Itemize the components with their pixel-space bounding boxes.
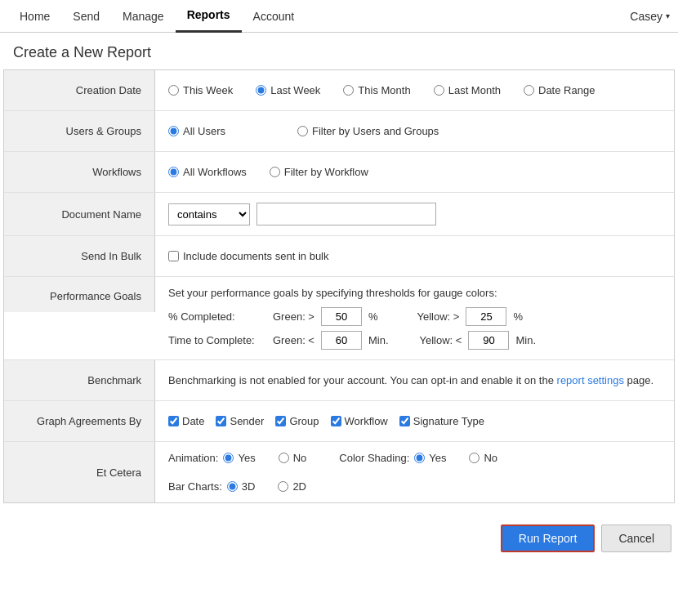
creation-date-label: Creation Date xyxy=(4,70,155,110)
graph-group-option[interactable]: Group xyxy=(275,415,319,427)
creation-date-this-week-radio[interactable] xyxy=(168,85,179,96)
et-cetera-content: Animation: Yes No Color Shading xyxy=(155,442,674,502)
users-groups-all-radio[interactable] xyxy=(168,126,179,136)
perf-completed-yellow-unit: % xyxy=(513,310,523,323)
performance-goals-label: Performance Goals xyxy=(4,277,155,312)
send-in-bulk-checkbox-option[interactable]: Include documents sent in bulk xyxy=(168,250,329,262)
workflows-all[interactable]: All Workflows xyxy=(168,166,247,178)
graph-agreements-options: Date Sender Group Workflow Signature Typ… xyxy=(168,415,484,427)
graph-sender-option[interactable]: Sender xyxy=(216,415,264,427)
perf-completed-yellow-label: Yellow: > xyxy=(417,310,460,323)
animation-no[interactable]: No xyxy=(279,452,307,464)
creation-date-last-week-label: Last Week xyxy=(270,84,320,96)
perf-time-green-input[interactable] xyxy=(321,331,362,350)
users-groups-filter[interactable]: Filter by Users and Groups xyxy=(297,125,439,137)
nav-send[interactable]: Send xyxy=(61,0,111,33)
users-groups-filter-radio[interactable] xyxy=(297,126,308,136)
bar-charts-group: Bar Charts: 3D 2D xyxy=(168,480,323,493)
workflows-label: Workflows xyxy=(4,152,155,192)
nav-home[interactable]: Home xyxy=(8,0,61,33)
creation-date-last-week-radio[interactable] xyxy=(256,85,266,96)
creation-date-range-radio[interactable] xyxy=(524,85,534,96)
send-in-bulk-row: Send In Bulk Include documents sent in b… xyxy=(4,236,674,277)
top-nav: Home Send Manage Reports Account Casey ▾ xyxy=(0,0,678,33)
animation-label: Animation: xyxy=(168,452,218,464)
document-name-label: Document Name xyxy=(4,193,155,235)
color-shading-no-radio[interactable] xyxy=(469,453,480,463)
animation-yes-label: Yes xyxy=(238,452,255,464)
benchmark-text: Benchmarking is not enabled for your acc… xyxy=(168,373,653,389)
workflows-filter[interactable]: Filter by Workflow xyxy=(270,166,368,178)
color-shading-yes-radio[interactable] xyxy=(414,453,425,463)
perf-completed-yellow-input[interactable] xyxy=(466,307,506,326)
creation-date-range-label: Date Range xyxy=(538,84,595,96)
creation-date-this-month-label: This Month xyxy=(358,84,410,96)
graph-agreements-label: Graph Agreements By xyxy=(4,401,155,441)
run-report-button[interactable]: Run Report xyxy=(501,524,595,552)
color-shading-yes-label: Yes xyxy=(429,452,446,464)
user-menu[interactable]: Casey ▾ xyxy=(630,10,670,23)
perf-row-completed: % Completed: Green: > % Yellow: > % xyxy=(168,307,536,326)
creation-date-last-month-radio[interactable] xyxy=(434,85,444,96)
performance-goals-grid: % Completed: Green: > % Yellow: > % Time… xyxy=(168,307,536,350)
creation-date-last-week[interactable]: Last Week xyxy=(256,84,320,96)
perf-time-yellow-input[interactable] xyxy=(468,331,509,350)
creation-date-range[interactable]: Date Range xyxy=(524,84,595,96)
nav-account[interactable]: Account xyxy=(242,0,306,33)
bar-charts-2d[interactable]: 2D xyxy=(278,480,306,493)
graph-group-checkbox[interactable] xyxy=(275,416,286,426)
graph-agreements-row: Graph Agreements By Date Sender Group Wo… xyxy=(4,401,674,442)
animation-yes-radio[interactable] xyxy=(223,453,234,463)
bar-charts-3d[interactable]: 3D xyxy=(227,480,256,493)
creation-date-this-month[interactable]: This Month xyxy=(343,84,410,96)
graph-signature-type-option[interactable]: Signature Type xyxy=(399,415,484,427)
bar-charts-3d-label: 3D xyxy=(242,480,256,493)
creation-date-this-week[interactable]: This Week xyxy=(168,84,233,96)
perf-time-green-label: Green: < xyxy=(273,334,314,346)
animation-no-radio[interactable] xyxy=(279,453,289,463)
bar-charts-3d-radio[interactable] xyxy=(227,481,238,492)
nav-manage[interactable]: Manage xyxy=(111,0,176,33)
benchmark-content: Benchmarking is not enabled for your acc… xyxy=(155,360,674,400)
graph-agreements-content: Date Sender Group Workflow Signature Typ… xyxy=(155,401,674,441)
benchmark-label: Benchmark xyxy=(4,360,155,400)
perf-completed-green-input[interactable] xyxy=(321,307,362,326)
color-shading-yes[interactable]: Yes xyxy=(414,452,446,464)
perf-time-yellow-unit: Min. xyxy=(515,334,536,346)
document-name-input[interactable] xyxy=(256,203,436,225)
color-shading-label: Color Shading: xyxy=(339,452,409,464)
workflows-filter-radio[interactable] xyxy=(270,167,280,177)
users-groups-all-label: All Users xyxy=(183,125,225,137)
graph-date-option[interactable]: Date xyxy=(168,415,204,427)
workflows-all-radio[interactable] xyxy=(168,167,179,177)
color-shading-no[interactable]: No xyxy=(469,452,497,464)
users-groups-filter-label: Filter by Users and Groups xyxy=(312,125,439,137)
document-name-filter-select[interactable]: contains starts with ends with equals xyxy=(168,203,250,225)
animation-yes[interactable]: Yes xyxy=(223,452,255,464)
graph-workflow-option[interactable]: Workflow xyxy=(331,415,388,427)
graph-signature-type-checkbox[interactable] xyxy=(399,416,410,426)
send-in-bulk-checkbox[interactable] xyxy=(168,251,179,261)
creation-date-last-month[interactable]: Last Month xyxy=(434,84,501,96)
bar-charts-options: 3D 2D xyxy=(227,480,323,493)
bar-charts-2d-label: 2D xyxy=(292,480,306,493)
color-shading-options: Yes No xyxy=(414,452,514,464)
graph-workflow-label: Workflow xyxy=(345,415,388,427)
workflows-options: All Workflows Filter by Workflow xyxy=(155,152,674,192)
nav-reports[interactable]: Reports xyxy=(176,0,242,33)
graph-group-label: Group xyxy=(289,415,319,427)
bar-charts-2d-radio[interactable] xyxy=(278,481,288,492)
graph-workflow-checkbox[interactable] xyxy=(331,416,341,426)
creation-date-this-month-radio[interactable] xyxy=(343,85,354,96)
benchmark-text-before: Benchmarking is not enabled for your acc… xyxy=(168,374,557,386)
benchmark-settings-link[interactable]: report settings xyxy=(557,374,624,386)
animation-group: Animation: Yes No xyxy=(168,452,323,464)
users-groups-label: Users & Groups xyxy=(4,111,155,151)
users-groups-row: Users & Groups All Users Filter by Users… xyxy=(4,111,674,152)
cancel-button[interactable]: Cancel xyxy=(601,524,671,552)
report-form: Creation Date This Week Last Week This M… xyxy=(3,69,675,503)
graph-sender-checkbox[interactable] xyxy=(216,416,226,426)
graph-date-checkbox[interactable] xyxy=(168,416,179,426)
users-groups-all[interactable]: All Users xyxy=(168,125,225,137)
perf-row-time: Time to Complete: Green: < Min. Yellow: … xyxy=(168,331,536,350)
